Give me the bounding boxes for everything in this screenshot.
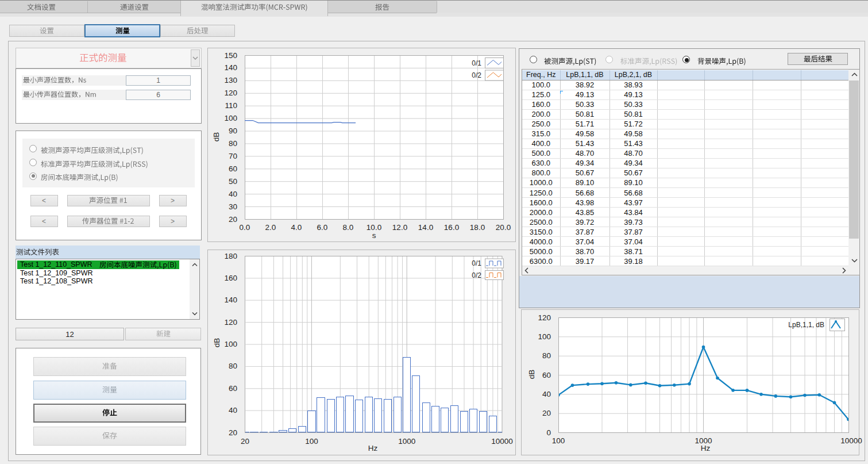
svg-text:30: 30: [229, 202, 237, 211]
svg-text:80: 80: [229, 139, 237, 148]
svg-text:90: 90: [229, 126, 237, 135]
svg-text:120: 120: [224, 318, 237, 327]
svg-text:140: 140: [224, 63, 237, 72]
svg-text:40: 40: [229, 190, 237, 198]
svg-text:2.0: 2.0: [265, 223, 276, 232]
svg-text:20: 20: [241, 437, 249, 446]
svg-text:130: 130: [224, 76, 237, 85]
svg-text:0: 0: [546, 428, 551, 437]
svg-text:Hz: Hz: [368, 444, 378, 453]
svg-text:120: 120: [538, 313, 551, 322]
svg-text:60: 60: [229, 384, 237, 393]
svg-text:s: s: [372, 231, 376, 240]
svg-text:100: 100: [538, 332, 551, 341]
svg-text:40: 40: [229, 406, 237, 415]
svg-text:40: 40: [542, 390, 551, 398]
svg-text:14.0: 14.0: [418, 223, 433, 232]
svg-text:10000: 10000: [491, 437, 513, 446]
svg-text:0/2: 0/2: [472, 71, 481, 79]
svg-text:100: 100: [224, 114, 237, 122]
svg-text:10.0: 10.0: [367, 223, 381, 232]
svg-text:100: 100: [552, 436, 565, 445]
svg-text:100: 100: [224, 340, 237, 348]
svg-text:16.0: 16.0: [444, 223, 459, 232]
svg-text:10000: 10000: [840, 436, 862, 445]
svg-text:dB: dB: [212, 132, 221, 142]
svg-text:60: 60: [229, 164, 237, 173]
svg-text:0.0: 0.0: [240, 223, 250, 232]
svg-text:0/1: 0/1: [472, 259, 481, 267]
svg-text:12.0: 12.0: [392, 223, 407, 232]
svg-text:6.0: 6.0: [317, 223, 328, 232]
svg-text:80: 80: [542, 351, 551, 360]
svg-text:1000: 1000: [398, 437, 415, 446]
svg-text:60: 60: [542, 371, 551, 379]
svg-text:50: 50: [229, 177, 237, 186]
svg-text:80: 80: [229, 362, 237, 370]
svg-text:20.0: 20.0: [496, 223, 511, 232]
svg-text:100: 100: [305, 437, 318, 446]
svg-text:180: 180: [224, 252, 237, 260]
svg-text:140: 140: [224, 296, 237, 304]
svg-text:18.0: 18.0: [470, 223, 485, 232]
svg-text:20: 20: [229, 428, 237, 437]
svg-text:120: 120: [224, 89, 237, 97]
svg-text:dB: dB: [527, 370, 536, 379]
svg-text:110: 110: [225, 101, 237, 110]
svg-text:20: 20: [542, 409, 551, 417]
svg-text:dB: dB: [213, 338, 221, 348]
svg-text:LpB,1,1, dB: LpB,1,1, dB: [788, 321, 824, 329]
svg-text:0/2: 0/2: [472, 271, 481, 279]
svg-text:0/1: 0/1: [472, 59, 481, 67]
svg-text:4.0: 4.0: [291, 223, 302, 232]
svg-text:8.0: 8.0: [343, 223, 354, 232]
svg-text:20: 20: [229, 215, 237, 224]
svg-text:Hz: Hz: [701, 444, 711, 453]
svg-text:160: 160: [224, 274, 237, 282]
svg-text:70: 70: [229, 152, 237, 160]
svg-text:150: 150: [224, 51, 237, 60]
